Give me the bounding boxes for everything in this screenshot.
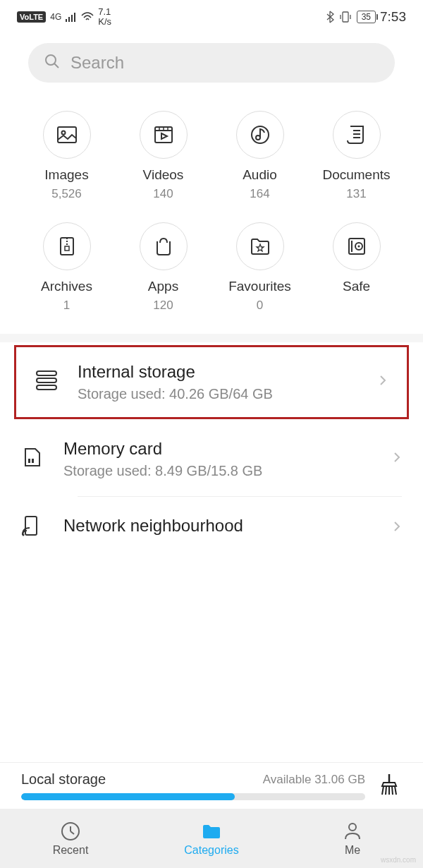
svg-point-10 [61,131,65,134]
person-icon [342,821,363,842]
search-placeholder: Search [70,53,124,73]
svg-line-8 [54,64,59,68]
chevron-right-icon [391,451,403,466]
category-images[interactable]: Images 5,526 [18,111,115,201]
battery-indicator: 35 [357,11,376,23]
documents-icon [345,123,369,147]
category-apps[interactable]: Apps 120 [115,222,212,313]
clock: 7:53 [380,9,406,25]
watermark: wsxdn.com [381,856,416,864]
category-archives[interactable]: Archives 1 [18,222,115,313]
storage-list: Internal storage Storage used: 40.26 GB/… [0,345,423,559]
storage-subtitle: Storage used: 8.49 GB/15.8 GB [63,463,372,479]
storage-subtitle: Storage used: 40.26 GB/64 GB [78,386,358,402]
category-favourites[interactable]: Favourites 0 [212,222,308,313]
category-audio[interactable]: Audio 164 [212,111,308,201]
svg-rect-0 [66,19,67,22]
svg-rect-30 [37,385,56,390]
svg-line-36 [382,786,384,795]
safe-icon [345,234,369,258]
svg-rect-1 [68,17,70,22]
internal-storage-icon [34,368,59,396]
svg-rect-3 [74,13,75,22]
svg-point-34 [23,534,25,536]
favourites-icon [248,234,272,258]
svg-line-39 [392,786,393,795]
search-bar[interactable]: Search [28,43,395,83]
storage-title: Internal storage [78,362,358,382]
svg-point-7 [46,55,56,65]
svg-point-44 [349,824,356,831]
svg-rect-29 [37,378,56,382]
category-videos[interactable]: Videos 140 [115,111,212,201]
signal-icon [66,12,77,22]
svg-rect-32 [32,459,34,463]
archives-icon [55,234,79,258]
audio-icon [248,123,272,147]
svg-rect-33 [25,517,37,535]
speed-indicator: 7.1 K/s [98,7,111,28]
bottom-nav: Recent Categories Me [0,809,423,868]
local-storage-title: Local storage [21,771,106,788]
memory-card-item[interactable]: Memory card Storage used: 8.49 GB/15.8 G… [0,422,423,496]
status-bar: VoLTE 4G 7.1 K/s 35 7:53 [0,0,423,35]
storage-progress [21,793,365,800]
storage-title: Network neighbourhood [63,516,372,536]
search-icon [44,53,61,73]
wifi-icon [81,12,94,22]
chevron-right-icon [391,520,403,536]
svg-line-43 [70,831,74,834]
svg-rect-2 [71,15,73,22]
svg-rect-9 [58,127,76,143]
svg-rect-4 [343,12,348,22]
apps-icon [152,234,176,258]
nav-me[interactable]: Me [282,821,423,857]
storage-title: Memory card [63,439,372,459]
network-icon [20,514,45,542]
local-storage-available: Available 31.06 GB [263,773,365,787]
category-safe[interactable]: Safe [308,222,405,313]
svg-rect-23 [65,246,69,251]
folder-icon [201,821,222,842]
category-grid: Images 5,526 Videos 140 Audio 164 Docume… [0,97,423,334]
memory-card-icon [20,445,45,473]
local-storage-bar[interactable]: Local storage Available 31.06 GB [0,762,423,809]
images-icon [55,123,79,147]
section-divider [0,334,423,342]
category-documents[interactable]: Documents 131 [308,111,405,201]
clock-icon [60,821,81,842]
nav-categories[interactable]: Categories [141,821,282,857]
nav-recent[interactable]: Recent [0,821,141,857]
bluetooth-icon [326,11,334,23]
svg-line-37 [386,786,386,795]
network-label: 4G [50,12,61,22]
svg-point-27 [357,245,360,247]
storage-progress-fill [21,793,235,800]
svg-rect-31 [28,459,30,463]
videos-icon [152,123,176,147]
clean-icon[interactable] [376,772,402,800]
internal-storage-item[interactable]: Internal storage Storage used: 40.26 GB/… [14,345,409,419]
volte-badge: VoLTE [17,11,46,23]
svg-rect-28 [37,371,56,375]
chevron-right-icon [376,374,389,390]
svg-line-40 [395,786,396,795]
vibrate-icon [338,11,352,23]
network-neighbourhood-item[interactable]: Network neighbourhood [0,497,423,559]
